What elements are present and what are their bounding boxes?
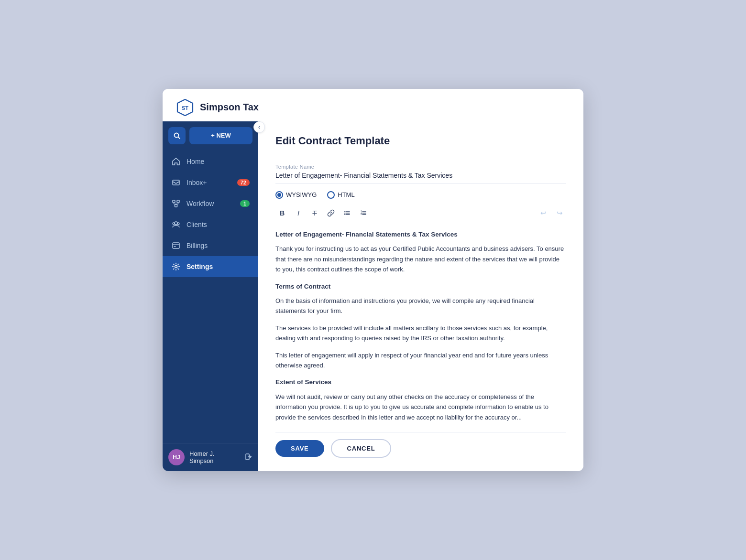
sidebar: ‹ + NEW Home <box>163 121 258 471</box>
user-name: Homer J. Simpson <box>189 450 240 464</box>
bullet-list-button[interactable] <box>340 206 354 220</box>
section2-para1: We will not audit, review or carry out a… <box>275 392 566 422</box>
sidebar-item-clients[interactable]: Clients <box>163 214 258 235</box>
title-divider <box>275 156 566 156</box>
bold-button[interactable]: B <box>275 206 289 220</box>
logout-icon[interactable] <box>245 453 252 462</box>
sidebar-item-billings-label: Billings <box>186 242 208 249</box>
sidebar-item-inbox-label: Inbox+ <box>186 179 207 186</box>
search-icon <box>173 132 181 140</box>
billings-icon <box>171 241 181 250</box>
app-body: ‹ + NEW Home <box>163 121 583 471</box>
page-title: Edit Contract Template <box>275 135 566 147</box>
logo-icon: ST <box>176 98 194 117</box>
svg-point-14 <box>173 223 175 225</box>
app-title: Simpson Tax <box>200 102 259 113</box>
svg-point-24 <box>344 211 345 212</box>
inbox-badge: 72 <box>237 179 250 186</box>
html-radio[interactable]: HTML <box>327 191 354 199</box>
sidebar-item-settings[interactable]: Settings <box>163 256 258 277</box>
sidebar-collapse-button[interactable]: ‹ <box>253 121 265 133</box>
svg-rect-15 <box>173 243 179 248</box>
section1-para1: On the basis of information and instruct… <box>275 296 566 316</box>
app-window: ST Simpson Tax ‹ + NEW <box>163 89 583 471</box>
link-button[interactable] <box>324 206 338 220</box>
sidebar-item-settings-label: Settings <box>186 263 213 270</box>
svg-point-18 <box>175 265 177 268</box>
sidebar-item-workflow[interactable]: Workflow 1 <box>163 193 258 214</box>
svg-point-13 <box>177 223 179 225</box>
mode-radio-group: WYSIWYG HTML <box>275 191 566 199</box>
svg-rect-7 <box>175 205 177 207</box>
sidebar-item-clients-label: Clients <box>186 221 207 228</box>
svg-text:3: 3 <box>361 213 362 215</box>
undo-button[interactable]: ↩ <box>537 206 550 220</box>
action-bar: SAVE CANCEL <box>275 432 566 458</box>
section2-title: Extent of Services <box>275 377 566 388</box>
html-label: HTML <box>338 191 354 198</box>
italic-button[interactable]: I <box>292 206 305 220</box>
ordered-list-button[interactable]: 123 <box>357 206 370 220</box>
html-radio-circle <box>327 191 335 199</box>
editor-heading: Letter of Engagement- Financial Statemen… <box>275 229 566 240</box>
svg-rect-5 <box>173 200 175 203</box>
clients-icon <box>171 220 181 229</box>
home-icon <box>171 157 181 166</box>
wysiwyg-radio[interactable]: WYSIWYG <box>275 191 317 199</box>
svg-point-25 <box>344 213 345 214</box>
svg-point-26 <box>344 214 345 215</box>
editor-intro: Thank you for instructing us to act as y… <box>275 244 566 274</box>
template-name-label: Template Name <box>275 164 566 170</box>
editor-toolbar: B I T 123 ↩ ↪ <box>275 206 566 223</box>
strikethrough-button[interactable]: T <box>308 206 321 220</box>
sidebar-search-new-bar: + NEW <box>163 127 258 151</box>
sidebar-nav: Home Inbox+ 72 Workflow 1 <box>163 151 258 443</box>
section1-para3: This letter of engagement will apply in … <box>275 350 566 371</box>
workflow-icon <box>171 199 181 208</box>
sidebar-item-inbox[interactable]: Inbox+ 72 <box>163 172 258 193</box>
sidebar-item-home-label: Home <box>186 158 204 165</box>
inbox-icon <box>171 178 181 187</box>
svg-point-12 <box>175 222 177 225</box>
save-button[interactable]: SAVE <box>275 440 324 457</box>
main-content: Edit Contract Template Template Name Let… <box>258 121 583 471</box>
sidebar-new-button[interactable]: + NEW <box>189 127 252 144</box>
svg-line-3 <box>178 137 180 139</box>
wysiwyg-label: WYSIWYG <box>286 191 317 198</box>
wysiwyg-radio-circle <box>275 191 283 199</box>
sidebar-search-button[interactable] <box>168 127 186 144</box>
sidebar-item-workflow-label: Workflow <box>186 200 214 207</box>
template-name-value[interactable]: Letter of Engagement- Financial Statemen… <box>275 172 566 183</box>
section1-para2: The services to be provided will include… <box>275 323 566 344</box>
svg-rect-6 <box>177 200 179 203</box>
sidebar-item-home[interactable]: Home <box>163 151 258 172</box>
cancel-button[interactable]: CANCEL <box>331 439 392 458</box>
settings-icon <box>171 262 181 271</box>
sidebar-footer: HJ Homer J. Simpson <box>163 443 258 471</box>
app-header: ST Simpson Tax <box>163 89 583 121</box>
workflow-badge: 1 <box>240 200 250 207</box>
section1-title: Terms of Contract <box>275 281 566 292</box>
avatar: HJ <box>168 449 185 465</box>
sidebar-item-billings[interactable]: Billings <box>163 235 258 256</box>
redo-button[interactable]: ↪ <box>553 206 566 220</box>
editor-body[interactable]: Letter of Engagement- Financial Statemen… <box>275 229 566 422</box>
svg-text:ST: ST <box>182 105 188 111</box>
